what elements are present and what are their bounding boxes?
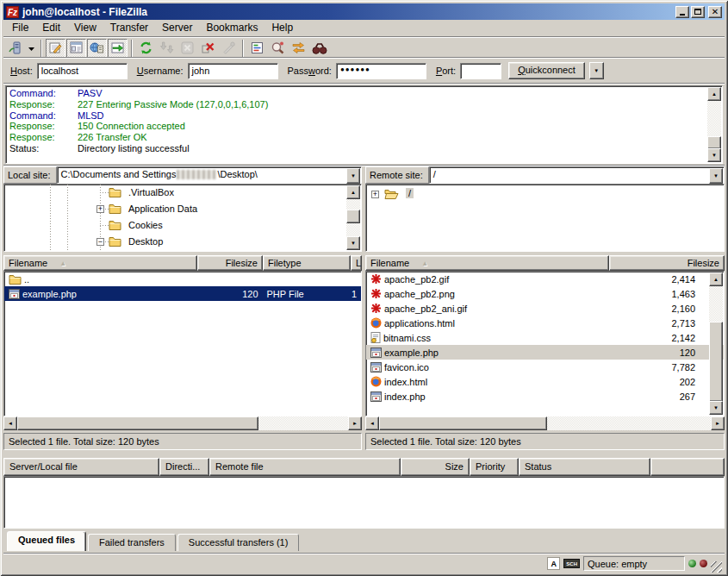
- menu-view[interactable]: View: [67, 20, 103, 36]
- file-row[interactable]: apache_pb2_ani.gif2,160: [366, 301, 724, 316]
- remote-hscrollbar[interactable]: ◄ ►: [365, 416, 725, 430]
- scroll-up-icon[interactable]: ▲: [709, 272, 723, 286]
- remote-site-combo[interactable]: / ▼: [429, 166, 725, 184]
- refresh-button[interactable]: [136, 39, 156, 58]
- tree-item--virtualbox[interactable]: .VirtualBox: [4, 185, 346, 201]
- menu-server[interactable]: Server: [155, 20, 199, 36]
- scroll-up-icon[interactable]: ▲: [707, 87, 721, 101]
- divider: [3, 57, 725, 59]
- menu-help[interactable]: Help: [264, 20, 300, 36]
- expand-plus-icon[interactable]: +: [371, 191, 379, 198]
- process-queue-button[interactable]: [157, 39, 177, 58]
- tab-failed-transfers[interactable]: Failed transfers: [88, 534, 176, 551]
- scroll-down-icon[interactable]: ▼: [709, 401, 723, 415]
- reconnect-button[interactable]: [219, 39, 239, 58]
- scroll-left-icon[interactable]: ◄: [3, 416, 17, 430]
- file-row[interactable]: index.html202: [366, 374, 724, 389]
- local-tree-scrollbar[interactable]: ▲ ▼: [346, 185, 360, 250]
- menu-bookmarks[interactable]: Bookmarks: [199, 20, 264, 36]
- resize-grip[interactable]: [711, 561, 722, 573]
- queue-column-remotefile[interactable]: Remote file: [209, 458, 401, 476]
- queue-column-serverlocalfile[interactable]: Server/Local file: [3, 458, 159, 476]
- site-manager-button[interactable]: [5, 39, 25, 58]
- port-input[interactable]: [460, 63, 501, 79]
- queue-column-blank[interactable]: [650, 458, 725, 476]
- chevron-down-icon[interactable]: ▼: [346, 168, 360, 184]
- host-input[interactable]: localhost: [37, 63, 128, 79]
- file-row[interactable]: applications.html2,713: [366, 316, 724, 330]
- tree-item-root[interactable]: +/: [366, 186, 724, 203]
- quickconnect-dropdown-button[interactable]: ▼: [589, 62, 604, 79]
- scroll-left-icon[interactable]: ◄: [365, 416, 379, 430]
- scroll-down-icon[interactable]: ▼: [707, 148, 721, 162]
- filter-button[interactable]: [247, 39, 267, 58]
- file-row[interactable]: example.php120PHP File1: [4, 286, 361, 301]
- close-button[interactable]: ✕: [708, 6, 722, 18]
- menu-file[interactable]: File: [5, 20, 35, 36]
- queue-column-directi[interactable]: Directi...: [159, 458, 209, 476]
- quickconnect-button[interactable]: Quickconnect: [508, 62, 585, 79]
- file-row[interactable]: apache_pb2.png1,463: [366, 286, 724, 301]
- hscroll-thumb[interactable]: [379, 416, 547, 430]
- local-directory-tree[interactable]: .VirtualBox+Application DataCookies−Desk…: [3, 184, 362, 252]
- vscroll-thumb[interactable]: [709, 322, 723, 402]
- log-line-text: MLSD: [78, 110, 104, 121]
- tree-item-desktop[interactable]: −Desktop: [4, 234, 346, 250]
- menu-transfer[interactable]: Transfer: [103, 20, 155, 36]
- message-log[interactable]: Command:PASVResponse:227 Entering Passiv…: [5, 85, 723, 164]
- hscroll-thumb[interactable]: [17, 416, 258, 430]
- site-manager-dropdown-button[interactable]: [26, 39, 37, 58]
- disconnect-button[interactable]: [198, 39, 218, 58]
- log-scrollbar[interactable]: ▲ ▼: [707, 87, 721, 162]
- file-search-button[interactable]: [268, 39, 288, 58]
- toggle-message-log-button[interactable]: [46, 39, 65, 58]
- menu-edit[interactable]: Edit: [35, 20, 67, 36]
- column-header-l[interactable]: L: [351, 255, 362, 271]
- file-row[interactable]: ..: [4, 272, 361, 286]
- local-site-combo[interactable]: C:\Documents and Settings\Desktop\ ▼: [57, 166, 362, 184]
- scroll-right-icon[interactable]: ►: [348, 416, 362, 430]
- maximize-button[interactable]: [691, 6, 705, 18]
- toggle-remote-tree-button[interactable]: [87, 39, 107, 58]
- remote-vscrollbar[interactable]: ▲ ▼: [709, 272, 723, 415]
- scroll-down-icon[interactable]: ▼: [346, 236, 360, 250]
- log-scroll-thumb[interactable]: [707, 136, 721, 149]
- tab-successful-transfers-1-[interactable]: Successful transfers (1): [177, 534, 300, 551]
- expand-plus-icon[interactable]: +: [96, 205, 104, 213]
- filename-cell: bitnami.css: [366, 332, 610, 343]
- file-row[interactable]: bitnami.css2,142: [366, 330, 724, 345]
- file-row[interactable]: apache_pb2.gif2,414: [366, 272, 724, 286]
- scroll-up-icon[interactable]: ▲: [346, 185, 360, 199]
- tree-scroll-thumb[interactable]: [346, 210, 360, 223]
- username-input[interactable]: john: [188, 63, 278, 79]
- scroll-right-icon[interactable]: ►: [711, 416, 725, 430]
- tab-queued-files[interactable]: Queued files: [7, 531, 86, 551]
- chevron-down-icon[interactable]: ▼: [709, 168, 723, 184]
- synchronized-browsing-button[interactable]: [289, 39, 308, 58]
- remote-file-list[interactable]: apache_pb2.gif2,414apache_pb2.png1,463ap…: [365, 271, 725, 416]
- file-row[interactable]: example.php120: [366, 345, 724, 360]
- column-header-filetype[interactable]: Filetype: [263, 255, 351, 271]
- queue-column-size[interactable]: Size: [401, 458, 470, 476]
- tree-item-cookies[interactable]: Cookies: [4, 217, 346, 234]
- find-binoculars-button[interactable]: [309, 39, 329, 58]
- queue-column-priority[interactable]: Priority: [470, 458, 519, 476]
- collapse-minus-icon[interactable]: −: [96, 238, 104, 246]
- queue-body[interactable]: [3, 476, 725, 529]
- toggle-local-tree-button[interactable]: [66, 39, 86, 58]
- file-row[interactable]: favicon.ico7,782: [366, 360, 724, 374]
- column-header-filesize[interactable]: Filesize: [197, 255, 263, 271]
- file-row[interactable]: index.php267: [366, 389, 724, 404]
- local-hscrollbar[interactable]: ◄ ►: [3, 416, 362, 430]
- local-file-list[interactable]: ..example.php120PHP File1: [3, 271, 362, 416]
- toggle-transfer-queue-button[interactable]: [108, 39, 128, 58]
- password-input[interactable]: ●●●●●●: [336, 63, 426, 79]
- queue-column-status[interactable]: Status: [519, 458, 650, 476]
- minimize-button[interactable]: [675, 6, 689, 18]
- column-header-filename[interactable]: Filename▲: [365, 255, 609, 271]
- remote-directory-tree[interactable]: +/: [365, 184, 725, 252]
- tree-item-application-data[interactable]: +Application Data: [4, 201, 346, 217]
- cancel-button[interactable]: [177, 39, 197, 58]
- column-header-filesize[interactable]: Filesize: [609, 255, 725, 271]
- column-header-filename[interactable]: Filename▲: [3, 255, 197, 271]
